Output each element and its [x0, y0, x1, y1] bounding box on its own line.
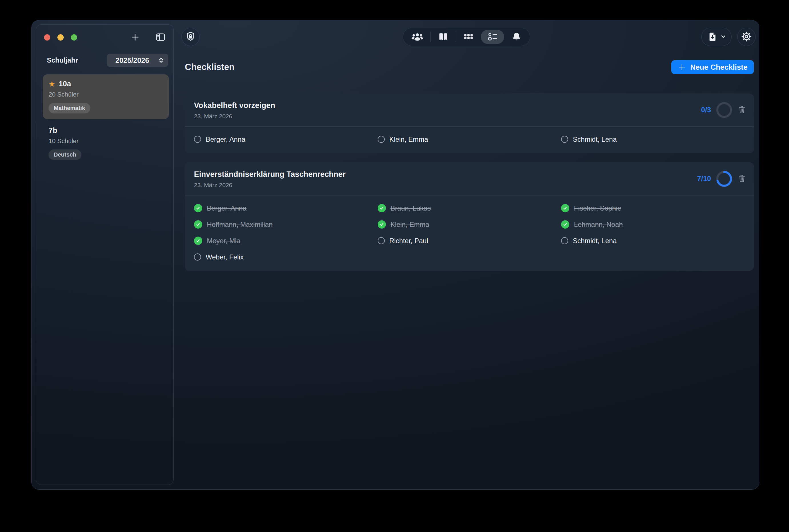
- school-year-select[interactable]: 2025/2026: [107, 54, 168, 67]
- toolbar-right: [701, 28, 755, 46]
- class-subject-badge: Deutsch: [49, 149, 81, 160]
- checklist-student[interactable]: Richter, Paul: [378, 235, 561, 246]
- checklist-list: Vokabelheft vorzeigen 23. März 2026 0/3: [185, 93, 754, 271]
- checklist-card: Einverständniserklärung Taschenrechner 2…: [185, 162, 754, 271]
- checklist-date: 23. März 2026: [194, 113, 745, 120]
- tab-notifications[interactable]: [511, 31, 522, 43]
- checklist-student[interactable]: Berger, Anna: [194, 134, 378, 145]
- main-area: Checklisten Neue Checkliste Vokabelheft …: [174, 20, 759, 490]
- checklist-card: Vokabelheft vorzeigen 23. März 2026 0/3: [185, 93, 754, 153]
- progress-ring: [716, 171, 732, 187]
- student-name: Braun, Lukas: [390, 204, 431, 212]
- top-toolbar: [174, 28, 759, 46]
- student-name: Weber, Felix: [206, 253, 244, 261]
- checklist-student[interactable]: Weber, Felix: [194, 252, 378, 262]
- checked-icon: [194, 204, 202, 212]
- student-name: Berger, Anna: [207, 204, 247, 212]
- settings-button[interactable]: [737, 28, 755, 46]
- student-grid: Berger, Anna Braun, Lukas Fischer, Sophi…: [194, 203, 745, 262]
- school-year-label: Schuljahr: [47, 56, 107, 64]
- class-subject-badge: Mathematik: [49, 103, 90, 113]
- checklist-student[interactable]: Berger, Anna: [194, 203, 378, 213]
- app-window: Schuljahr 2025/2026 ★ 10a 20 Schüler Mat…: [32, 20, 759, 490]
- checklist-date: 23. März 2026: [194, 182, 745, 189]
- export-button[interactable]: [701, 28, 732, 46]
- zoom-window-button[interactable]: [71, 34, 77, 41]
- checklist-title: Einverständniserklärung Taschenrechner: [194, 170, 745, 179]
- chevron-down-icon: [720, 33, 727, 41]
- sidebar: Schuljahr 2025/2026 ★ 10a 20 Schüler Mat…: [36, 24, 174, 485]
- add-class-button[interactable]: [130, 32, 140, 43]
- plus-icon: [130, 32, 140, 43]
- checklist-student[interactable]: Braun, Lukas: [378, 203, 561, 213]
- checked-icon: [561, 204, 569, 212]
- minimize-window-button[interactable]: [57, 34, 64, 41]
- checked-icon: [194, 220, 202, 229]
- plus-icon: [678, 63, 686, 72]
- student-name: Berger, Anna: [206, 135, 245, 144]
- checklist-student[interactable]: Klein, Emma: [378, 219, 561, 230]
- checklist-student[interactable]: Schmidt, Lena: [561, 235, 745, 246]
- school-year-value: 2025/2026: [115, 56, 149, 64]
- unchecked-circle-icon: [194, 136, 201, 143]
- unchecked-circle-icon: [378, 237, 385, 244]
- checklist-header-right: 0/3: [701, 102, 747, 118]
- class-name: 10a: [59, 79, 71, 88]
- checklist-student[interactable]: Klein, Emma: [378, 134, 561, 145]
- student-name: Richter, Paul: [389, 237, 428, 245]
- page-title: Checklisten: [185, 62, 234, 72]
- class-student-count: 10 Schüler: [49, 137, 163, 145]
- bell-icon: [511, 31, 522, 43]
- checklist-student[interactable]: Hoffmann, Maximilian: [194, 219, 378, 230]
- delete-checklist-button[interactable]: [737, 174, 747, 184]
- unchecked-circle-icon: [194, 253, 201, 261]
- checklist-student[interactable]: Fischer, Sophie: [561, 203, 745, 213]
- school-year-row: Schuljahr 2025/2026: [47, 54, 168, 67]
- tab-checklists[interactable]: [481, 30, 504, 44]
- checked-icon: [378, 220, 386, 229]
- toolbar-divider: [456, 32, 456, 42]
- class-list: ★ 10a 20 Schüler Mathematik ★ 7b 10 Schü…: [36, 74, 173, 166]
- checked-icon: [194, 236, 202, 245]
- checklist-icon: [486, 31, 499, 43]
- checklist-header-right: 7/10: [697, 171, 747, 187]
- book-icon: [438, 31, 449, 43]
- toggle-sidebar-button[interactable]: [155, 32, 166, 43]
- window-controls: [44, 34, 77, 41]
- checklist-student[interactable]: Lehmann, Noah: [561, 219, 745, 230]
- privacy-button[interactable]: [181, 28, 200, 46]
- student-name: Fischer, Sophie: [574, 204, 621, 212]
- class-name: 7b: [49, 126, 57, 135]
- delete-checklist-button[interactable]: [737, 105, 747, 115]
- shield-lock-icon: [185, 31, 196, 43]
- progress-label: 7/10: [697, 175, 711, 183]
- gear-icon: [741, 31, 752, 43]
- class-item[interactable]: ★ 10a 20 Schüler Mathematik: [43, 74, 169, 119]
- checklist-card-body: Berger, Anna Braun, Lukas Fischer, Sophi…: [185, 195, 754, 271]
- toolbar-divider: [430, 32, 431, 42]
- sidebar-header: [36, 24, 173, 50]
- people-icon: [411, 31, 424, 43]
- checklist-student[interactable]: Schmidt, Lena: [561, 134, 745, 145]
- student-name: Schmidt, Lena: [573, 237, 616, 245]
- tab-lessons[interactable]: [438, 31, 449, 43]
- student-grid: Berger, Anna Klein, Emma Schmidt, Lena: [194, 134, 745, 145]
- progress-label: 0/3: [701, 106, 711, 114]
- close-window-button[interactable]: [44, 34, 50, 41]
- student-name: Meyer, Mia: [207, 237, 240, 245]
- class-name-row: ★ 10a: [49, 79, 163, 88]
- checklist-card-body: Berger, Anna Klein, Emma Schmidt, Lena: [185, 127, 754, 153]
- student-name: Schmidt, Lena: [573, 135, 616, 144]
- sidebar-toggle-icon: [155, 32, 166, 43]
- screen: Schuljahr 2025/2026 ★ 10a 20 Schüler Mat…: [0, 0, 789, 532]
- trash-icon: [737, 105, 747, 115]
- student-name: Klein, Emma: [389, 135, 428, 144]
- tab-grid[interactable]: [463, 31, 474, 43]
- tab-students[interactable]: [411, 31, 424, 43]
- page-header: Checklisten Neue Checkliste: [185, 60, 754, 74]
- class-item[interactable]: ★ 7b 10 Schüler Deutsch: [43, 119, 169, 166]
- unchecked-circle-icon: [561, 237, 568, 244]
- checklist-student[interactable]: Meyer, Mia: [194, 235, 378, 246]
- trash-icon: [737, 174, 747, 184]
- new-checklist-button[interactable]: Neue Checkliste: [671, 60, 754, 74]
